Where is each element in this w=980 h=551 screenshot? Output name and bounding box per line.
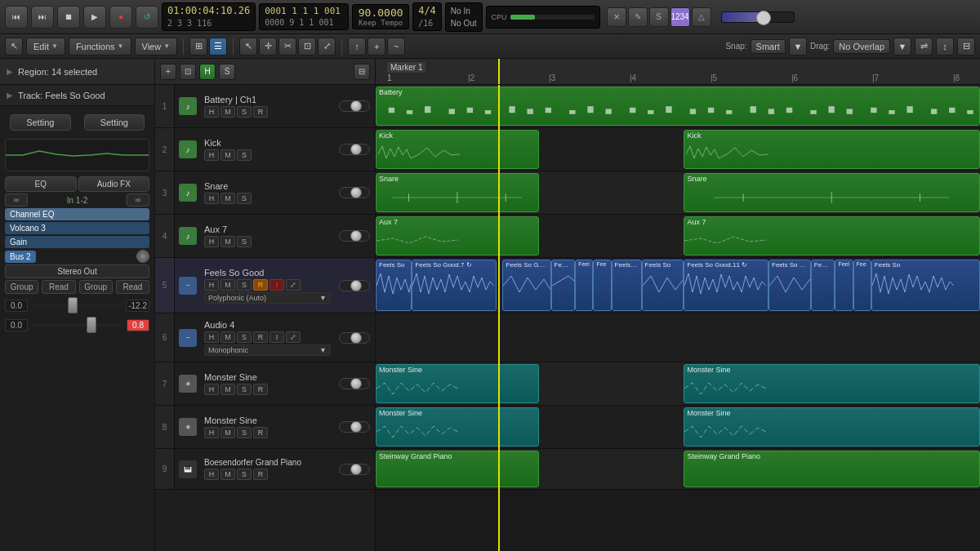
input-monitor-btn[interactable]: I — [270, 279, 284, 291]
fader-val2[interactable]: -12.2 — [126, 300, 149, 312]
mute-all-btn[interactable]: S — [219, 64, 235, 80]
s-icon-btn[interactable]: S — [649, 7, 669, 27]
region-feels12[interactable]: Feel — [835, 260, 853, 311]
play-button[interactable]: ▶ — [83, 6, 106, 29]
solo-btn[interactable]: S — [237, 279, 252, 291]
solo-btn[interactable]: S — [237, 331, 252, 343]
bus-knob[interactable] — [136, 250, 149, 263]
solo-btn[interactable]: S — [237, 427, 252, 438]
functions-menu[interactable]: Functions ▼ — [69, 38, 131, 56]
region-monster2b[interactable]: Monster Sine — [684, 407, 980, 447]
rec-btn[interactable]: R — [253, 384, 268, 395]
add-track-btn[interactable]: + — [160, 64, 176, 80]
snap-arrow[interactable]: ▼ — [789, 38, 807, 56]
track-bg-monster1[interactable]: Monster Sine Monster Sine — [376, 362, 980, 405]
solo-btn[interactable]: S — [237, 193, 252, 204]
mini-fader[interactable] — [339, 421, 370, 433]
rec-btn[interactable]: R — [253, 106, 268, 118]
region-kick1[interactable]: Kick — [376, 130, 539, 169]
track-bg-audio4[interactable] — [376, 313, 980, 362]
list-view-icon[interactable]: ☰ — [209, 38, 227, 56]
input-btn[interactable]: I — [270, 331, 284, 343]
mute-btn[interactable]: M — [220, 279, 235, 291]
fader-val1[interactable]: 0.0 — [5, 300, 28, 312]
region-feels5[interactable]: Feel — [575, 260, 593, 311]
region-feels3[interactable]: Feels So Good — [502, 260, 550, 311]
volcano3-plugin[interactable]: Volcano 3 — [5, 222, 149, 234]
region-feels14[interactable]: Feels So — [871, 260, 980, 311]
region-aux7-1[interactable]: Aux 7 — [376, 216, 539, 256]
region-feels10[interactable]: Feels So Good — [768, 260, 811, 311]
solo-btn[interactable]: S — [237, 236, 252, 247]
beats-display[interactable]: 0001 1 1 1 001 0000 9 1 1 001 — [259, 3, 349, 30]
region-battery[interactable]: Battery — [376, 87, 980, 126]
fader2[interactable] — [31, 317, 123, 333]
tuner-icon-btn[interactable]: △ — [692, 7, 711, 27]
region-piano2[interactable]: Steinway Grand Piano — [684, 451, 980, 487]
hide-btn[interactable]: H — [204, 149, 219, 161]
rec-enable-btn[interactable]: R — [253, 279, 268, 291]
mini-fader[interactable] — [339, 230, 370, 242]
plugin-mode2[interactable]: Monophonic ▼ — [204, 344, 331, 356]
region-snare1[interactable]: Snare — [376, 173, 539, 212]
pointer-icon[interactable]: ↖ — [239, 38, 257, 56]
time-signature[interactable]: 4/4 /16 — [412, 2, 442, 31]
track-bg-kick[interactable]: Kick Kick — [376, 128, 980, 171]
mute-btn[interactable]: M — [220, 149, 235, 161]
pencil-icon-btn[interactable]: ✎ — [628, 7, 648, 27]
region-feels2[interactable]: Feels So Good.7 ↻ — [412, 260, 497, 311]
region-snare2[interactable]: Snare — [684, 173, 980, 212]
solo-btn[interactable]: S — [237, 469, 252, 480]
region-kick2[interactable]: Kick — [684, 130, 980, 169]
rec-btn[interactable]: R — [253, 331, 268, 343]
plugin-mode[interactable]: Polyphonic (Auto) ▼ — [204, 292, 331, 304]
hide-btn[interactable]: H — [204, 193, 219, 204]
key-display[interactable]: 1234 — [670, 7, 690, 27]
mute-btn[interactable]: M — [220, 384, 235, 395]
io-loop-btn2[interactable]: ∞ — [127, 193, 149, 207]
region-monster1b[interactable]: Monster Sine — [684, 364, 980, 403]
setting-right-button[interactable]: Setting — [84, 114, 145, 131]
mini-fader[interactable] — [339, 280, 370, 291]
group-button2[interactable]: Group — [79, 280, 113, 294]
region-feels7[interactable]: Feels So — [612, 260, 642, 311]
read-button[interactable]: Read — [42, 280, 75, 294]
track-bg[interactable]: Battery — [376, 85, 980, 127]
channel-eq-plugin[interactable]: Channel EQ — [5, 208, 149, 220]
mini-fader[interactable] — [339, 100, 370, 112]
resize-icon[interactable]: ↕ — [936, 38, 954, 56]
fader1[interactable] — [31, 297, 122, 313]
region-feels1[interactable]: Feels So — [376, 260, 412, 311]
track-bg-piano[interactable]: Steinway Grand Piano Steinway Grand Pian… — [376, 449, 980, 489]
arrow-icon[interactable]: ↑ — [348, 38, 366, 56]
cycle-button[interactable]: ↺ — [136, 6, 158, 29]
setting-button[interactable]: Setting — [10, 114, 71, 131]
tilde-icon[interactable]: ~ — [387, 38, 405, 56]
track-bg-snare[interactable]: Snare Snare — [376, 171, 980, 214]
marquee-icon[interactable]: ⊡ — [298, 38, 316, 56]
group-button[interactable]: Group — [5, 280, 38, 294]
view-menu[interactable]: View ▼ — [135, 38, 178, 56]
grid-view-icon[interactable]: ⊞ — [189, 38, 207, 56]
link-icon[interactable]: ⇌ — [915, 38, 933, 56]
crosshair-icon[interactable]: ✛ — [259, 38, 277, 56]
rec-btn[interactable]: R — [253, 469, 268, 480]
region-monster1a[interactable]: Monster Sine — [376, 364, 539, 403]
solo-btn[interactable]: S — [237, 106, 252, 118]
region-aux7-2[interactable]: Aux 7 — [684, 216, 980, 256]
stereo-out[interactable]: Stereo Out — [5, 264, 149, 278]
hide-btn[interactable]: H — [204, 427, 219, 438]
mute-btn[interactable]: M — [220, 106, 235, 118]
io-loop-btn[interactable]: ∞ — [5, 193, 28, 207]
go-start-button[interactable]: ⏹ — [57, 6, 80, 29]
fader-val4[interactable]: 0.8 — [127, 319, 149, 331]
region-feels13[interactable]: Fee — [853, 260, 871, 311]
region-feels8[interactable]: Feels So — [642, 260, 684, 311]
rewind-button[interactable]: ⏮ — [5, 6, 28, 29]
drag-arrow[interactable]: ▼ — [893, 38, 911, 56]
mute-btn[interactable]: M — [220, 331, 235, 343]
record-enable-btn[interactable]: H — [199, 64, 216, 80]
solo-btn[interactable]: S — [237, 149, 252, 161]
track-settings-btn[interactable]: ⊟ — [354, 64, 370, 80]
region-monster2a[interactable]: Monster Sine — [376, 407, 539, 447]
